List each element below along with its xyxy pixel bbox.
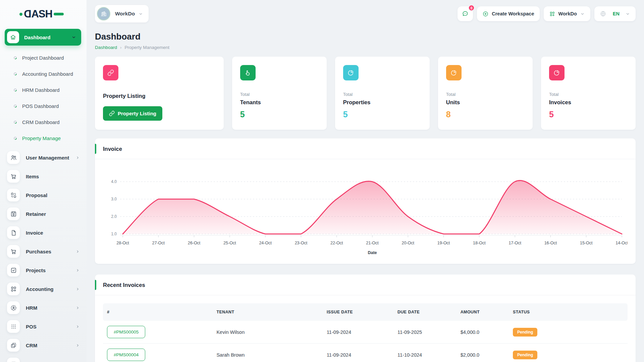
sidebar-item-property-manage[interactable]: Property Manage (0, 355, 87, 362)
cart-icon (7, 170, 20, 183)
stat-card-units: Total Units 8 (438, 57, 533, 130)
sidebar-item-projects[interactable]: Projects (0, 261, 87, 280)
sidebar-item-items[interactable]: Items (0, 167, 87, 186)
hand-icon (240, 65, 256, 80)
sidebar-subitem-label: Property Manage (22, 135, 61, 141)
stat-prefix: Total (549, 92, 628, 97)
sidebar: DASH Dashboard Project Dashboard Account… (0, 0, 87, 362)
sidebar-item-pos[interactable]: POS (0, 317, 87, 336)
chevron-right-icon (75, 343, 80, 348)
column-header-tenant: TENANT (213, 303, 323, 321)
sidebar-item-invoice[interactable]: Invoice (0, 223, 87, 242)
workspace-name: WorkDo (115, 11, 135, 17)
sidebar-item-label: Dashboard (24, 35, 71, 40)
invoice-icon (7, 226, 20, 239)
sidebar-item-crm[interactable]: CRM (0, 336, 87, 355)
brand-name: DASH (24, 8, 52, 20)
workspace-selector[interactable]: WorkDo (95, 5, 149, 22)
sidebar-item-label: Invoice (26, 230, 80, 236)
invoice-id-link[interactable]: #PMS00005 (107, 326, 145, 338)
sidebar-subitem-project-dashboard[interactable]: Project Dashboard (0, 50, 87, 66)
messages-badge: 0 (468, 5, 475, 11)
sidebar-subitem-label: Accounting Dashboard (22, 71, 73, 77)
sidebar-item-accounting[interactable]: Accounting (0, 280, 87, 298)
retainer-icon (7, 207, 20, 220)
chat-icon (462, 10, 469, 17)
sidebar-subitem-accounting-dashboard[interactable]: Accounting Dashboard (0, 66, 87, 82)
app-menu-label: WorkDo (558, 11, 577, 16)
recent-invoices-header: Recent Invoices (95, 275, 636, 295)
stat-card-tenants: Total Tenants 5 (232, 57, 327, 130)
sidebar-item-label: CRM (26, 343, 75, 348)
create-workspace-label: Create Workspace (492, 11, 534, 16)
app-menu-button[interactable]: WorkDo (544, 6, 590, 21)
invoice-panel-header: Invoice (95, 138, 636, 159)
svg-text:27-Oct: 27-Oct (152, 241, 165, 245)
sidebar-subitem-label: POS Dashboard (22, 103, 59, 109)
issue-date-cell: 11-09-2024 (323, 321, 394, 344)
chevron-right-icon (75, 306, 80, 310)
recent-invoices-panel: Recent Invoices #TENANTISSUE DATEDUE DAT… (95, 275, 636, 362)
breadcrumb-current: Property Management (124, 45, 169, 50)
chevron-down-icon (625, 11, 630, 16)
bullet-icon (13, 56, 17, 60)
sidebar-item-purchases[interactable]: Purchases (0, 242, 87, 261)
sidebar-item-label: Purchases (26, 249, 75, 254)
bullet-icon (13, 104, 17, 108)
property-listing-card: Property Listing Property Listing (95, 57, 224, 130)
stat-prefix: Total (240, 92, 319, 97)
property-listing-button[interactable]: Property Listing (103, 106, 162, 121)
bullet-icon (13, 120, 17, 124)
sidebar-subitem-pos-dashboard[interactable]: POS Dashboard (0, 98, 87, 114)
chevron-down-icon (580, 11, 585, 16)
language-selector[interactable]: EN (594, 6, 636, 21)
stat-prefix: Total (446, 92, 525, 97)
chevron-right-icon (75, 249, 80, 254)
column-header-status: STATUS (509, 303, 628, 321)
property-icon (7, 358, 20, 362)
table-header-row: #TENANTISSUE DATEDUE DATEAMOUNTSTATUS (103, 303, 628, 321)
hrm-icon (7, 301, 20, 314)
svg-text:24-Oct: 24-Oct (259, 241, 272, 245)
messages-button[interactable]: 0 (458, 6, 473, 21)
sidebar-item-label: User Management (26, 155, 75, 161)
svg-text:3.0: 3.0 (111, 197, 117, 201)
sidebar-item-label: HRM (26, 305, 75, 311)
sidebar-sub-menu: Project Dashboard Accounting Dashboard H… (0, 50, 87, 146)
sidebar-item-user-management[interactable]: User Management (0, 148, 87, 167)
sidebar-subitem-label: HRM Dashboard (22, 87, 60, 93)
table-row: #PMS00004 Sarah Brown 11-09-2024 11-10-2… (103, 344, 628, 362)
create-workspace-button[interactable]: Create Workspace (477, 6, 539, 21)
invoice-id-link[interactable]: #PMS00004 (107, 349, 145, 361)
main-area: WorkDo 0 Create Workspace WorkDo (87, 0, 644, 362)
sidebar-item-retainer[interactable]: Retainer (0, 204, 87, 223)
chevron-right-icon (75, 324, 80, 329)
sidebar-item-hrm[interactable]: HRM (0, 298, 87, 317)
column-header-amount: AMOUNT (457, 303, 509, 321)
stat-label: Tenants (240, 99, 319, 106)
pie-icon (549, 65, 565, 80)
property-listing-button-label: Property Listing (118, 111, 156, 116)
stat-label: Invoices (549, 99, 628, 106)
sidebar-subitem-hrm-dashboard[interactable]: HRM Dashboard (0, 82, 87, 98)
stat-label: Properties (343, 99, 422, 106)
app-root: DASH Dashboard Project Dashboard Account… (0, 0, 644, 362)
proposal-icon (7, 189, 20, 201)
tenant-cell: Kevin Wilson (213, 321, 323, 344)
stat-card-invoices: Total Invoices 5 (541, 57, 636, 130)
globe-icon (600, 10, 606, 17)
breadcrumb-home-link[interactable]: Dashboard (95, 45, 117, 50)
svg-text:23-Oct: 23-Oct (295, 241, 308, 245)
svg-text:16-Oct: 16-Oct (544, 241, 557, 245)
sidebar-subitem-label: CRM Dashboard (22, 119, 60, 125)
sidebar-subitem-property-manage[interactable]: Property Manage (0, 130, 87, 146)
sidebar-subitem-crm-dashboard[interactable]: CRM Dashboard (0, 114, 87, 130)
svg-text:14-Oct: 14-Oct (615, 241, 628, 245)
sidebar-main-menu: User Management Items Proposal Retainer … (0, 148, 87, 362)
brand-logo[interactable]: DASH (19, 8, 87, 20)
svg-text:19-Oct: 19-Oct (437, 241, 450, 245)
sidebar-item-dashboard[interactable]: Dashboard (5, 29, 81, 46)
sidebar-item-proposal[interactable]: Proposal (0, 186, 87, 204)
logo-dash-icon (54, 13, 64, 15)
chevron-down-icon (71, 35, 76, 40)
